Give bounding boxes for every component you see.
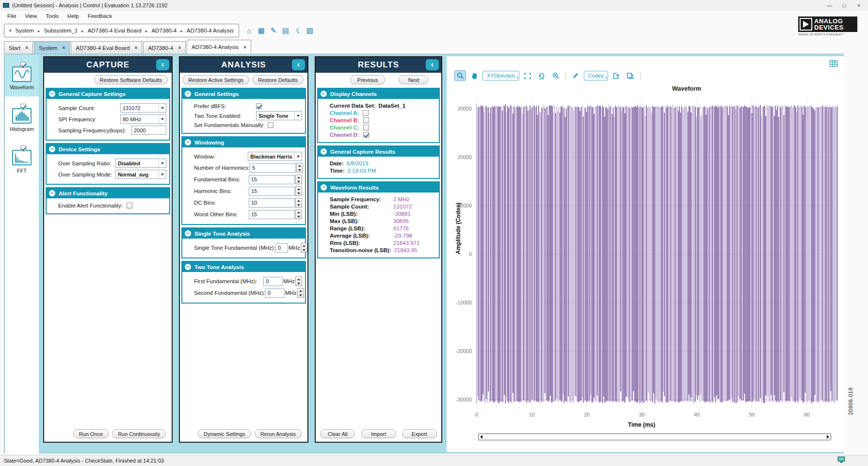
tab-system[interactable]: System — [34, 41, 70, 54]
harmonic-bins-input[interactable] — [249, 187, 295, 196]
menu-file[interactable]: File — [3, 12, 21, 20]
channel-a-checkbox[interactable] — [363, 110, 369, 116]
sample-count-dropdown[interactable]: 131072 — [120, 103, 166, 112]
section-header[interactable]: Waveform Results — [318, 182, 439, 193]
annotate-pencil-icon[interactable] — [570, 70, 581, 81]
tab-start[interactable]: Start — [4, 41, 33, 54]
first-fundamental-spinner[interactable] — [295, 276, 302, 286]
dc-bins-input[interactable] — [249, 198, 295, 208]
prefer-dbfs-checkbox[interactable] — [256, 103, 262, 109]
codes-button[interactable]: Codes — [584, 71, 608, 80]
menu-view[interactable]: View — [21, 12, 42, 20]
scroll-left-icon[interactable] — [480, 435, 482, 439]
restore-software-defaults-button[interactable]: Restore Software Defaults — [94, 75, 168, 84]
next-button[interactable]: Next — [399, 75, 429, 84]
share-icon[interactable]: ☇ — [293, 27, 302, 34]
pan-hand-icon[interactable] — [468, 70, 480, 81]
collapse-section-icon[interactable] — [321, 91, 327, 97]
breadcrumb-caret-icon[interactable]: ▾ — [9, 28, 12, 33]
section-header[interactable]: Display Channels — [318, 89, 439, 99]
home-icon[interactable]: ⌂ — [245, 27, 254, 34]
tab-analysis[interactable]: AD7380-4 Analysis — [187, 40, 251, 54]
dc-bins-spinner[interactable] — [295, 198, 302, 208]
collapse-capture-icon[interactable] — [156, 59, 169, 70]
window-dropdown[interactable]: Blackman Harris 7 — [248, 152, 302, 161]
sampling-frequency-input[interactable] — [131, 126, 166, 135]
harmonics-input[interactable] — [250, 163, 296, 173]
histogram-checkbox[interactable] — [20, 104, 26, 110]
section-header[interactable]: Windowing — [182, 137, 305, 147]
section-header[interactable]: General Capture Settings — [47, 89, 169, 99]
worst-other-bins-spinner[interactable] — [295, 209, 302, 219]
sidebar-item-histogram[interactable]: Histogram — [5, 96, 39, 138]
set-fundamentals-checkbox[interactable] — [268, 122, 273, 128]
tools-icon[interactable]: ✎ — [269, 27, 278, 34]
collapse-section-icon[interactable] — [49, 190, 55, 196]
zoom-select-button[interactable] — [454, 70, 466, 81]
harmonics-spinner[interactable] — [296, 163, 303, 173]
import-button[interactable]: Import — [361, 429, 396, 438]
close-icon[interactable] — [243, 45, 246, 50]
connection-status-icon[interactable] — [837, 456, 845, 464]
channel-d-checkbox[interactable] — [363, 132, 369, 138]
collapse-analysis-icon[interactable] — [292, 59, 305, 70]
fundamental-bins-input[interactable] — [249, 175, 295, 184]
menu-help[interactable]: Help — [63, 12, 83, 20]
waveform-checkbox[interactable] — [20, 62, 26, 68]
tab-eval-board[interactable]: AD7380-4 Eval Board — [71, 41, 142, 54]
section-header[interactable]: Device Settings — [47, 144, 169, 154]
section-header[interactable]: Single Tone Analysis — [182, 228, 305, 239]
menu-tools[interactable]: Tools — [41, 12, 63, 20]
harmonic-bins-spinner[interactable] — [295, 186, 302, 196]
collapse-section-icon[interactable] — [185, 139, 191, 145]
close-icon[interactable] — [135, 45, 138, 50]
section-header[interactable]: Two Tone Analysis — [182, 262, 305, 272]
section-header[interactable]: General Capture Results — [318, 146, 439, 157]
collapse-section-icon[interactable] — [185, 264, 191, 270]
second-fundamental-input[interactable] — [265, 289, 285, 298]
minimize-button[interactable]: — — [822, 0, 837, 11]
breadcrumb-chip[interactable]: AD7380-4 — [151, 28, 186, 33]
clear-all-button[interactable]: Clear All — [320, 429, 355, 438]
restore-defaults-button[interactable]: Restore Defaults — [252, 75, 304, 84]
breadcrumb-box[interactable]: ▾ System Subsystem_1 AD7380-4 Eval Board… — [4, 24, 239, 37]
close-button[interactable]: × — [852, 0, 866, 11]
collapse-section-icon[interactable] — [49, 146, 55, 152]
reset-zoom-icon[interactable] — [536, 70, 547, 81]
first-fundamental-input[interactable] — [263, 277, 283, 286]
menu-feedback[interactable]: Feedback — [83, 12, 117, 20]
over-sampling-mode-dropdown[interactable]: Normal_avg — [115, 170, 166, 179]
grid-view-icon[interactable]: ▦ — [257, 27, 266, 34]
section-header[interactable]: General Settings — [182, 89, 305, 99]
close-icon[interactable] — [178, 45, 181, 50]
two-tone-dropdown[interactable]: Single Tone — [256, 111, 302, 120]
maximize-button[interactable]: □ — [837, 0, 852, 11]
close-icon[interactable] — [25, 45, 28, 50]
data-grid-icon[interactable] — [830, 60, 837, 68]
fit-to-view-icon[interactable] — [522, 70, 533, 81]
collapse-section-icon[interactable] — [185, 230, 191, 237]
memory-map-icon[interactable]: ▤ — [281, 27, 290, 34]
zoom-in-icon[interactable] — [550, 70, 562, 81]
dynamic-settings-button[interactable]: Dynamic Settings — [198, 429, 251, 438]
worst-other-bins-input[interactable] — [249, 210, 295, 219]
single-tone-spinner[interactable] — [301, 243, 307, 253]
channel-c-checkbox[interactable] — [363, 125, 369, 130]
channel-b-checkbox[interactable] — [363, 117, 369, 123]
section-header[interactable]: Alert Functionality — [47, 188, 169, 198]
previous-button[interactable]: Previous — [350, 75, 385, 84]
xydirection-button[interactable]: XYDirection — [482, 71, 519, 80]
breadcrumb-analysis[interactable]: AD7380-4 Analysis — [187, 28, 234, 33]
export-button[interactable]: Export — [402, 429, 437, 438]
rerun-analysis-button[interactable]: Rerun Analysis — [255, 429, 302, 438]
close-icon[interactable] — [62, 45, 65, 50]
collapse-section-icon[interactable] — [321, 148, 327, 155]
fundamental-bins-spinner[interactable] — [295, 175, 302, 184]
macro-icon[interactable]: ▧ — [305, 27, 314, 34]
single-tone-fundamental-input[interactable] — [275, 243, 288, 253]
tab-chip[interactable]: AD7380-4 — [143, 41, 186, 54]
chart-horizontal-scrollbar[interactable] — [478, 434, 831, 440]
run-once-button[interactable]: Run Once — [73, 429, 109, 438]
breadcrumb-subsystem[interactable]: Subsystem_1 — [44, 28, 87, 33]
fft-checkbox[interactable] — [20, 145, 26, 151]
